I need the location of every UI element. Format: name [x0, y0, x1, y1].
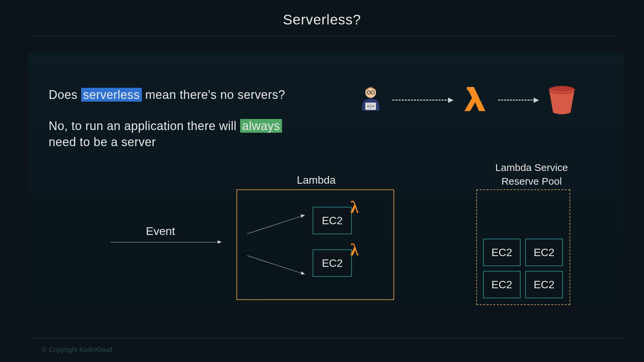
lambda-container: EC2 λ EC2 λ [236, 189, 394, 300]
event-arrow [111, 242, 221, 242]
answer-text: No, to run an application there will alw… [49, 118, 310, 150]
flow-diagram: </> [352, 82, 587, 122]
slide-title: Serverless? [0, 0, 644, 36]
question-post: mean there's no servers? [142, 88, 285, 102]
pool-ec2-1: EC2 [483, 239, 521, 266]
lambda-ec2-1: EC2 λ [313, 207, 352, 234]
lambda-ec2-2: EC2 λ [313, 249, 352, 277]
mini-lambda-icon: λ [350, 240, 359, 259]
title-divider [29, 36, 615, 37]
highlight-always: always [240, 119, 282, 133]
flow-arrow-1 [392, 100, 453, 101]
footer-divider [29, 338, 624, 339]
ec2-label: EC2 [322, 215, 342, 227]
answer-post: need to be a server [49, 135, 156, 149]
lambda-box-label: Lambda [297, 174, 336, 186]
question-pre: Does [49, 88, 81, 102]
lambda-icon [458, 80, 495, 117]
pool-ec2-3: EC2 [483, 271, 521, 298]
s3-bucket-icon [543, 82, 580, 119]
reserve-pool-box: EC2 EC2 EC2 EC2 [476, 189, 570, 305]
ec2-label: EC2 [534, 279, 554, 291]
dispatch-arrow-2 [247, 255, 305, 275]
ec2-label: EC2 [534, 246, 554, 259]
ec2-label: EC2 [491, 279, 512, 291]
ec2-label: EC2 [322, 257, 342, 269]
pool-ec2-4: EC2 [525, 271, 563, 298]
event-label: Event [146, 225, 175, 238]
reserve-pool-label: Lambda Service Reserve Pool [481, 161, 582, 188]
ec2-label: EC2 [491, 246, 512, 259]
developer-icon: </> [352, 82, 389, 119]
pool-label-line2: Reserve Pool [501, 176, 562, 187]
svg-text:</>: </> [367, 104, 374, 109]
reserve-pool-grid: EC2 EC2 EC2 EC2 [483, 239, 563, 298]
mini-lambda-icon: λ [350, 197, 359, 217]
pool-label-line1: Lambda Service [495, 162, 568, 173]
highlight-serverless: serverless [81, 88, 142, 102]
footer-copyright: © Copyright KodeKloud [42, 346, 112, 354]
dispatch-arrow-1 [247, 215, 305, 234]
pool-ec2-2: EC2 [525, 239, 563, 266]
flow-arrow-2 [498, 100, 538, 101]
answer-pre: No, to run an application there will [49, 119, 240, 133]
